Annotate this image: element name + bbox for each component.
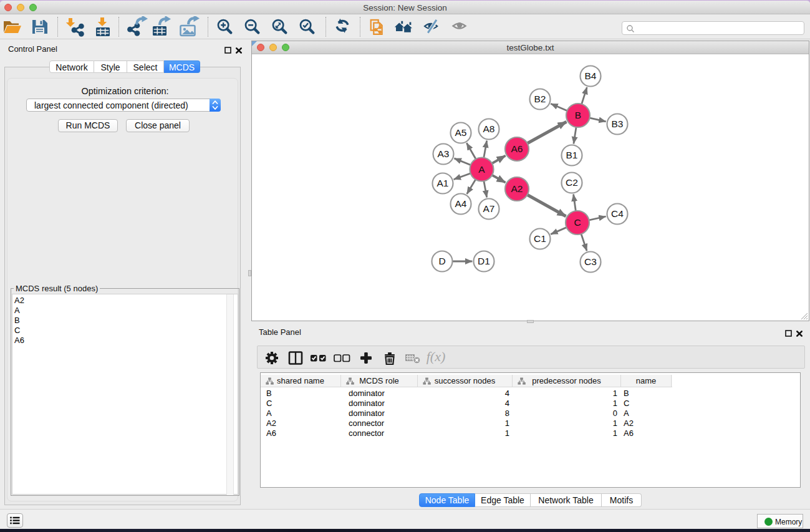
svg-text:B4: B4 xyxy=(585,70,597,81)
svg-text:C: C xyxy=(574,217,581,228)
svg-text:C2: C2 xyxy=(566,177,578,188)
svg-text:A: A xyxy=(478,164,485,175)
svg-text:D: D xyxy=(438,256,445,266)
svg-text:A7: A7 xyxy=(483,203,495,214)
svg-text:D1: D1 xyxy=(478,256,490,266)
svg-text:A3: A3 xyxy=(438,148,450,159)
svg-text:A1: A1 xyxy=(437,178,449,188)
svg-text:B3: B3 xyxy=(612,118,624,129)
svg-text:C3: C3 xyxy=(584,256,597,267)
svg-text:C4: C4 xyxy=(611,208,624,219)
svg-text:A5: A5 xyxy=(455,127,467,138)
svg-text:A4: A4 xyxy=(455,198,467,209)
svg-text:C1: C1 xyxy=(534,233,546,244)
svg-text:A6: A6 xyxy=(511,143,523,154)
svg-text:B1: B1 xyxy=(566,150,578,160)
svg-text:B2: B2 xyxy=(534,94,546,104)
svg-text:B: B xyxy=(575,110,581,120)
svg-text:A2: A2 xyxy=(511,183,523,194)
svg-text:A8: A8 xyxy=(483,123,495,134)
